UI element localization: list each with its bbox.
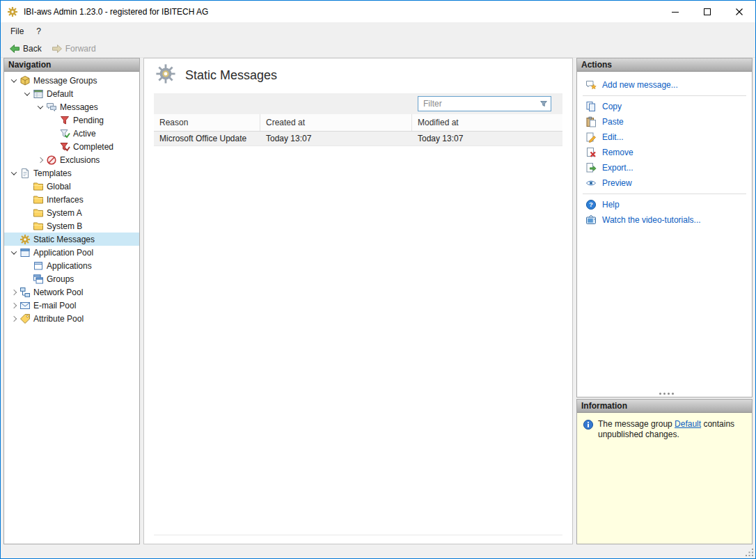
column-header-created-at[interactable]: Created at bbox=[260, 114, 412, 131]
default-group-link[interactable]: Default bbox=[675, 419, 701, 429]
action-edit[interactable]: Edit... bbox=[577, 129, 752, 145]
window-title: IBI-aws Admin 1.23.0 - registered for IB… bbox=[24, 7, 208, 17]
chevron-right-icon[interactable] bbox=[8, 312, 19, 325]
nav-item-system-b[interactable]: System B bbox=[4, 219, 139, 233]
action-remove[interactable]: Remove bbox=[577, 145, 752, 160]
chevron-right-icon[interactable] bbox=[8, 285, 19, 299]
nav-item-label: Attribute Pool bbox=[33, 314, 84, 324]
content-area: Navigation Message Groups Default Messag… bbox=[1, 58, 755, 544]
navigation-panel: Navigation Message Groups Default Messag… bbox=[3, 58, 140, 544]
messages-icon bbox=[46, 102, 57, 113]
action-label: Watch the video-tutorials... bbox=[602, 215, 701, 225]
splitter-dots-icon bbox=[663, 393, 666, 395]
folder-icon bbox=[33, 181, 44, 192]
filter-input[interactable] bbox=[418, 96, 551, 111]
status-bar bbox=[1, 544, 755, 558]
expander-spacer bbox=[22, 193, 33, 206]
nav-item-completed[interactable]: Completed bbox=[4, 140, 139, 153]
action-help[interactable]: ? Help bbox=[577, 197, 752, 212]
toolbar: Back Forward bbox=[1, 40, 755, 58]
nav-item-label: Pending bbox=[73, 116, 104, 125]
nav-item-label: Interfaces bbox=[47, 195, 84, 205]
panel-splitter[interactable] bbox=[577, 390, 752, 397]
nav-item-system-a[interactable]: System A bbox=[4, 206, 139, 219]
forward-label: Forward bbox=[65, 44, 96, 54]
nav-item-label: Completed bbox=[73, 142, 113, 152]
add-message-icon bbox=[585, 79, 597, 90]
nav-item-exclusions[interactable]: Exclusions bbox=[4, 153, 139, 166]
chevron-down-icon[interactable] bbox=[8, 74, 19, 87]
action-label: Copy bbox=[602, 102, 622, 111]
close-button[interactable] bbox=[723, 1, 755, 22]
nav-item-application-pool[interactable]: Application Pool bbox=[4, 246, 139, 259]
chevron-down-icon[interactable] bbox=[35, 100, 46, 113]
copy-icon bbox=[585, 101, 597, 112]
network-pool-icon bbox=[19, 287, 31, 298]
nav-item-message-groups[interactable]: Message Groups bbox=[4, 74, 139, 87]
filter-funnel-icon[interactable] bbox=[539, 99, 549, 109]
nav-item-label: Network Pool bbox=[33, 288, 83, 297]
action-label: Remove bbox=[602, 148, 633, 157]
nav-item-global[interactable]: Global bbox=[4, 180, 139, 193]
nav-item-pending[interactable]: Pending bbox=[4, 113, 139, 127]
info-text-prefix: The message group bbox=[598, 419, 675, 429]
nav-item-static-messages[interactable]: Static Messages bbox=[4, 233, 139, 246]
message-group-icon bbox=[33, 88, 44, 100]
nav-item-attribute-pool[interactable]: Attribute Pool bbox=[4, 312, 139, 325]
expander-spacer bbox=[22, 259, 33, 272]
chevron-right-icon[interactable] bbox=[35, 153, 46, 166]
chevron-down-icon[interactable] bbox=[8, 166, 19, 180]
exclusions-icon bbox=[46, 155, 57, 166]
action-preview[interactable]: Preview bbox=[577, 175, 752, 191]
chevron-down-icon[interactable] bbox=[8, 246, 19, 259]
nav-item-network-pool[interactable]: Network Pool bbox=[4, 285, 139, 299]
column-header-reason[interactable]: Reason bbox=[154, 114, 260, 131]
action-export[interactable]: Export... bbox=[577, 160, 752, 175]
back-button[interactable]: Back bbox=[5, 42, 46, 56]
navigation-tree: Message Groups Default Messages Pending bbox=[4, 72, 139, 544]
folder-icon bbox=[33, 207, 44, 219]
edit-icon bbox=[585, 132, 597, 143]
table-header: Reason Created at Modified at bbox=[154, 114, 562, 132]
nav-item-label: Applications bbox=[47, 261, 92, 271]
page-title: Static Messages bbox=[185, 68, 277, 83]
nav-item-email-pool[interactable]: E-mail Pool bbox=[4, 299, 139, 312]
svg-text:?: ? bbox=[589, 200, 593, 208]
right-column: Actions Add new message... Copy Paste bbox=[576, 58, 753, 544]
table-empty-area bbox=[154, 146, 562, 535]
static-messages-gear-icon bbox=[155, 63, 176, 87]
menu-file[interactable]: File bbox=[4, 24, 30, 39]
nav-item-templates[interactable]: Templates bbox=[4, 166, 139, 180]
nav-item-default[interactable]: Default bbox=[4, 87, 139, 100]
completed-filter-icon bbox=[59, 141, 70, 152]
pending-filter-icon bbox=[59, 115, 70, 126]
action-add-new-message[interactable]: Add new message... bbox=[577, 77, 752, 93]
resize-grip[interactable] bbox=[745, 548, 754, 557]
minimize-button[interactable] bbox=[659, 1, 691, 22]
nav-item-applications[interactable]: Applications bbox=[4, 259, 139, 272]
forward-button[interactable]: Forward bbox=[47, 42, 100, 56]
actions-header: Actions bbox=[577, 58, 752, 72]
table-row[interactable]: Microsoft Office Update Today 13:07 Toda… bbox=[154, 132, 562, 146]
nav-item-interfaces[interactable]: Interfaces bbox=[4, 193, 139, 206]
maximize-button[interactable] bbox=[691, 1, 723, 22]
action-watch-video-tutorials[interactable]: Watch the video-tutorials... bbox=[577, 212, 752, 228]
nav-item-groups[interactable]: Groups bbox=[4, 272, 139, 285]
action-copy[interactable]: Copy bbox=[577, 99, 752, 114]
actions-separator bbox=[583, 194, 746, 194]
chevron-down-icon[interactable] bbox=[22, 87, 33, 100]
maximize-icon bbox=[704, 8, 711, 15]
forward-arrow-icon bbox=[52, 43, 63, 54]
page-header: Static Messages bbox=[144, 58, 572, 92]
applications-icon bbox=[33, 260, 44, 271]
nav-item-active[interactable]: Active bbox=[4, 127, 139, 140]
action-paste[interactable]: Paste bbox=[577, 114, 752, 129]
information-body: The message group Default contains unpub… bbox=[577, 413, 752, 544]
cell-reason: Microsoft Office Update bbox=[154, 132, 260, 145]
expander-spacer bbox=[8, 233, 19, 246]
expander-spacer bbox=[48, 113, 59, 127]
nav-item-messages[interactable]: Messages bbox=[4, 100, 139, 113]
chevron-right-icon[interactable] bbox=[8, 299, 19, 312]
menu-help[interactable]: ? bbox=[30, 24, 47, 39]
column-header-modified-at[interactable]: Modified at bbox=[412, 114, 562, 131]
